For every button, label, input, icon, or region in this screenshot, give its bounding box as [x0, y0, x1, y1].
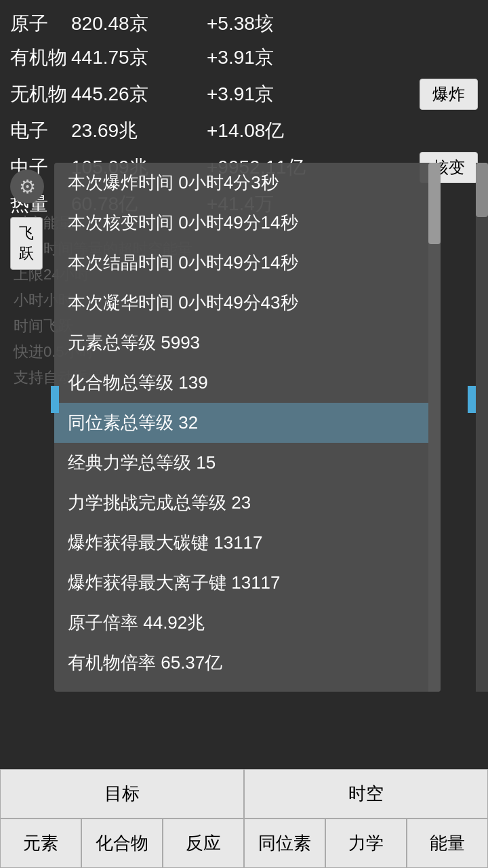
popup-item-9: 爆炸获得最大碳键 13117 — [54, 523, 441, 563]
organic-label: 有机物 — [10, 45, 71, 71]
atom-value: 820.48京 — [71, 11, 207, 37]
inorganic-delta: +3.91京 — [207, 81, 420, 107]
nav-btn-compound[interactable]: 化合物 — [81, 818, 163, 868]
electron-delta: +14.08亿 — [207, 118, 478, 144]
nav-btn-element[interactable]: 元素 — [0, 818, 81, 868]
inorganic-label: 无机物 — [10, 81, 71, 107]
small-action-button[interactable]: 飞跃 — [10, 217, 43, 270]
gear-icon[interactable]: ⚙ — [10, 170, 44, 203]
small-btn-area: 飞跃 — [10, 217, 43, 270]
nav-btn-reaction[interactable]: 反应 — [163, 818, 244, 868]
popup-item-5: 化合物总等级 139 — [54, 363, 441, 403]
nav-btn-mechanics[interactable]: 力学 — [325, 818, 407, 868]
bottom-nav: 目标 时空 元素 化合物 反应 同位素 力学 能量 — [0, 769, 488, 868]
electron-label: 电子 — [10, 118, 71, 144]
resource-row-organic: 有机物 441.75京 +3.91京 — [10, 41, 478, 75]
popup-item-11: 原子倍率 44.92兆 — [54, 603, 441, 643]
nav-row-2: 元素 化合物 反应 同位素 力学 能量 — [0, 818, 488, 868]
popup-item-2: 本次结晶时间 0小时49分14秒 — [54, 243, 441, 283]
blue-indicator-right — [468, 386, 476, 413]
resource-row-inorganic: 无机物 445.26京 +3.91京 爆炸 — [10, 75, 478, 114]
stats-popup[interactable]: 本次爆炸时间 0小时4分3秒本次核变时间 0小时49分14秒本次结晶时间 0小时… — [54, 163, 441, 692]
right-scrollbar-thumb[interactable] — [476, 163, 488, 217]
nav-btn-spacetime[interactable]: 时空 — [244, 769, 488, 818]
gear-area[interactable]: ⚙ — [10, 170, 44, 203]
popup-item-3: 本次凝华时间 0小时49分43秒 — [54, 283, 441, 323]
popup-item-6: 同位素总等级 32 — [54, 403, 441, 443]
popup-item-7: 经典力学总等级 15 — [54, 443, 441, 483]
organic-value: 441.75京 — [71, 45, 207, 71]
inorganic-value: 445.26京 — [71, 81, 207, 107]
popup-item-13: 无机物倍率 65.37亿 — [54, 683, 441, 692]
popup-item-1: 本次核变时间 0小时49分14秒 — [54, 203, 441, 243]
popup-scrollbar-thumb[interactable] — [428, 163, 441, 244]
resource-row-atom: 原子 820.48京 +5.38垓 — [10, 7, 478, 41]
blue-indicator-left — [51, 386, 59, 413]
popup-content[interactable]: 本次爆炸时间 0小时4分3秒本次核变时间 0小时49分14秒本次结晶时间 0小时… — [54, 163, 441, 692]
nav-btn-target[interactable]: 目标 — [0, 769, 244, 818]
nav-row-1: 目标 时空 — [0, 769, 488, 818]
popup-item-12: 有机物倍率 65.37亿 — [54, 643, 441, 683]
resource-row-electron: 电子 23.69兆 +14.08亿 — [10, 114, 478, 148]
nav-btn-energy[interactable]: 能量 — [407, 818, 488, 868]
right-scrollbar[interactable] — [476, 163, 488, 692]
popup-item-0: 本次爆炸时间 0小时4分3秒 — [54, 163, 441, 203]
popup-item-4: 元素总等级 5993 — [54, 323, 441, 363]
atom-label: 原子 — [10, 11, 71, 37]
explode-button[interactable]: 爆炸 — [420, 79, 478, 110]
popup-scrollbar[interactable] — [428, 163, 441, 692]
popup-item-10: 爆炸获得最大离子键 13117 — [54, 563, 441, 603]
electron-value: 23.69兆 — [71, 118, 207, 144]
organic-delta: +3.91京 — [207, 45, 478, 71]
popup-item-8: 力学挑战完成总等级 23 — [54, 483, 441, 523]
atom-delta: +5.38垓 — [207, 11, 478, 37]
nav-btn-isotope[interactable]: 同位素 — [244, 818, 325, 868]
